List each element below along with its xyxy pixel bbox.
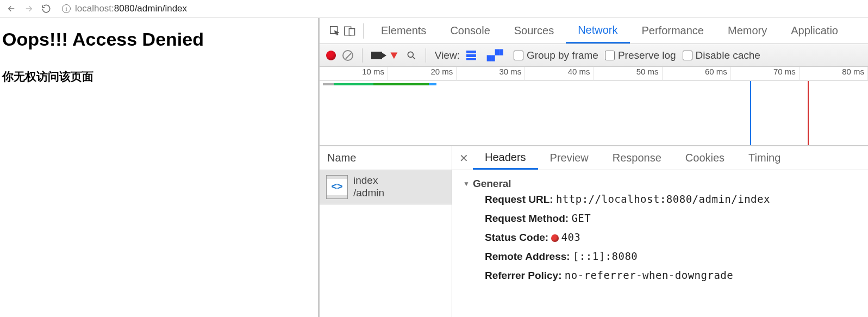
name-header[interactable]: Name xyxy=(320,146,452,170)
request-method-value: GET xyxy=(571,212,591,224)
filter-icon[interactable]: ▼ xyxy=(388,49,400,61)
detail-tabs: ✕ Headers Preview Response Cookies Timin… xyxy=(452,146,868,170)
separator xyxy=(363,23,364,39)
preserve-log[interactable]: Preserve log xyxy=(605,49,676,61)
timeline[interactable]: 10 ms20 ms30 ms40 ms50 ms60 ms70 ms80 ms xyxy=(320,67,868,146)
tab-console[interactable]: Console xyxy=(438,18,502,43)
devtools-tabs: Elements Console Sources Network Perform… xyxy=(320,18,868,44)
view-label: View: xyxy=(435,49,460,61)
address-bar[interactable]: localhost:8080/admin/index xyxy=(58,3,863,14)
url-text: localhost:8080/admin/index xyxy=(75,3,187,14)
inspect-icon[interactable] xyxy=(327,23,342,39)
chevron-down-icon: ▼ xyxy=(463,180,470,188)
tab-response[interactable]: Response xyxy=(601,146,673,170)
tab-headers[interactable]: Headers xyxy=(473,146,538,170)
timeline-marker xyxy=(808,81,809,145)
document-icon: <> xyxy=(326,175,348,199)
screenshot-icon[interactable] xyxy=(371,52,382,59)
clear-button[interactable] xyxy=(342,50,353,61)
site-info-icon[interactable] xyxy=(62,4,71,13)
tab-performance[interactable]: Performance xyxy=(630,18,716,43)
group-by-frame[interactable]: Group by frame xyxy=(514,49,598,61)
tab-network[interactable]: Network xyxy=(566,18,629,43)
timeline-segment xyxy=(373,83,429,85)
request-row[interactable]: <> index /admin xyxy=(320,170,452,204)
referrer-policy-value: no-referrer-when-downgrade xyxy=(565,269,733,281)
page-subheading: 你无权访问该页面 xyxy=(2,69,316,84)
request-details: ✕ Headers Preview Response Cookies Timin… xyxy=(452,146,868,317)
close-icon[interactable]: ✕ xyxy=(454,152,473,165)
tab-memory[interactable]: Memory xyxy=(716,18,779,43)
status-dot-icon xyxy=(551,234,559,242)
disable-cache[interactable]: Disable cache xyxy=(683,49,760,61)
timeline-segment xyxy=(334,83,373,85)
tab-sources[interactable]: Sources xyxy=(502,18,566,43)
remote-address-value: [::1]:8080 xyxy=(573,250,638,262)
general-section[interactable]: ▼General xyxy=(463,178,857,190)
record-button[interactable] xyxy=(326,51,336,60)
svg-rect-2 xyxy=(349,28,354,35)
device-icon[interactable] xyxy=(342,23,358,39)
back-button[interactable] xyxy=(5,3,17,15)
timeline-tick: 80 ms xyxy=(320,67,868,81)
timeline-marker xyxy=(750,81,751,145)
browser-toolbar: localhost:8080/admin/index xyxy=(0,0,868,18)
tab-elements[interactable]: Elements xyxy=(369,18,438,43)
tab-timing[interactable]: Timing xyxy=(736,146,792,170)
network-toolbar: ▼ View: ▝▚▖ Group by frame Preserve log … xyxy=(320,44,868,67)
forward-button[interactable] xyxy=(23,3,35,15)
request-list: Name <> index /admin xyxy=(320,146,452,317)
reload-button[interactable] xyxy=(40,3,52,15)
tab-cookies[interactable]: Cookies xyxy=(673,146,736,170)
search-icon[interactable] xyxy=(406,50,417,61)
request-path: /admin xyxy=(353,187,384,200)
request-url-value: http://localhost:8080/admin/index xyxy=(556,193,770,205)
devtools-panel: Elements Console Sources Network Perform… xyxy=(320,18,868,317)
request-name: index xyxy=(353,175,384,187)
view-waterfall-icon[interactable]: ▝▚▖ xyxy=(483,49,507,61)
timeline-segment xyxy=(429,83,436,85)
status-code-value: 403 xyxy=(561,231,580,243)
tab-application[interactable]: Applicatio xyxy=(779,18,850,43)
view-large-icon[interactable] xyxy=(466,51,476,60)
timeline-segment xyxy=(323,83,334,85)
page-content: Oops!!! Access Denied 你无权访问该页面 xyxy=(0,18,320,317)
page-heading: Oops!!! Access Denied xyxy=(2,29,316,50)
tab-preview[interactable]: Preview xyxy=(538,146,601,170)
svg-point-3 xyxy=(408,52,413,57)
